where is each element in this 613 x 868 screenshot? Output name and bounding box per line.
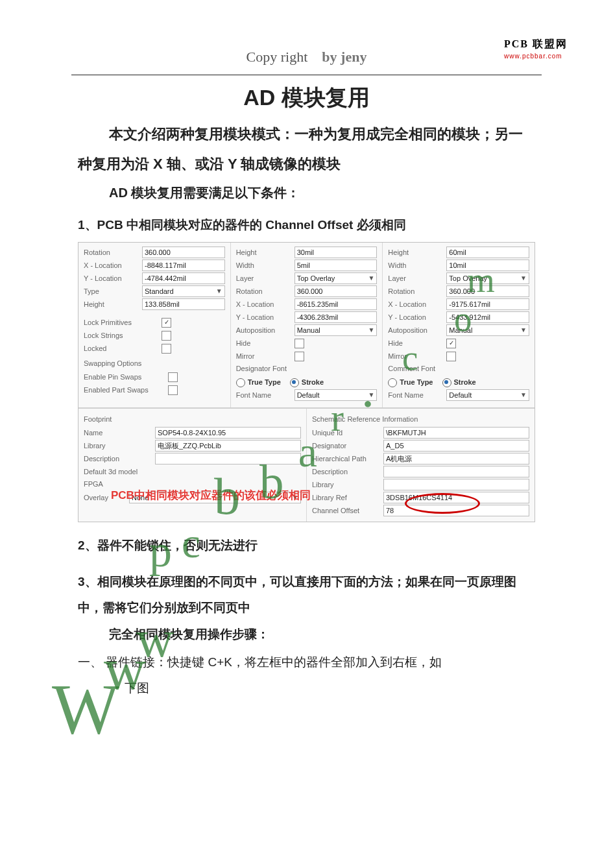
lockprim-checkbox[interactable]: ✓ (162, 318, 171, 328)
srdesc-value (383, 466, 529, 477)
cheight-label: Height (388, 247, 446, 258)
dyloc-value: -4306.283mil (294, 311, 378, 323)
comment-stroke-label: Stroke (454, 378, 476, 386)
cwidth-label: Width (388, 260, 446, 271)
rotation-value: 360.000 (142, 247, 225, 258)
cmirror-checkbox[interactable] (446, 352, 456, 361)
cautopos-select[interactable]: Manual▼ (446, 324, 529, 336)
srdesc-label: Description (312, 466, 383, 477)
chevron-down-icon: ▼ (292, 492, 298, 503)
chevron-down-icon: ▼ (520, 325, 527, 335)
locked-label: Locked (84, 343, 162, 354)
dautopos-value: Manual (297, 325, 320, 335)
dautopos-select[interactable]: Manual▼ (294, 324, 378, 336)
choff-label: Channel Offset (312, 505, 383, 516)
page-title: AD 模块复用 (0, 83, 613, 113)
lockstr-checkbox[interactable] (162, 331, 171, 341)
fpdesc-label: Description (84, 453, 155, 464)
type-label: Type (84, 286, 142, 296)
condition-1: 1、PCB 中相同模块对应的器件的 Channel Offset 必须相同 (78, 212, 535, 238)
fpname-value: SOP54-0.8-24X10.95 (155, 427, 301, 439)
clayer-value: Top Overlay (449, 273, 487, 283)
chevron-down-icon: ▼ (216, 286, 222, 296)
comment-tt-radio[interactable] (388, 378, 397, 387)
comment-fontname-label: Font Name (388, 390, 446, 400)
partswap-checkbox[interactable] (168, 385, 178, 395)
yloc-value: -4784.442mil (142, 272, 225, 284)
uid-value: \BKFMUTJH (383, 427, 529, 439)
dmirror-checkbox[interactable] (294, 352, 304, 361)
footprint-section: Footprint NameSOP54-0.8-24X10.95 Library… (78, 409, 306, 522)
desig-stroke-radio[interactable] (290, 378, 299, 387)
panel-col-component: Rotation360.000 X - Location-8848.117mil… (78, 243, 230, 407)
schref-title: Schematic Reference Information (312, 414, 529, 424)
condition-3: 3、相同模块在原理图的不同页中，可以直接用下面的方法；如果在同一页原理图中，需将… (78, 569, 535, 621)
chide-checkbox[interactable]: ✓ (446, 339, 456, 348)
srlib-label: Library (312, 479, 383, 490)
chevron-down-icon: ▼ (520, 390, 527, 400)
swap-title: Swapping Options (84, 358, 225, 368)
dxloc-label: X - Location (236, 299, 294, 309)
comment-stroke-radio[interactable] (442, 378, 451, 387)
lockprim-label: Lock Primitives (84, 317, 162, 328)
fplib-value: 电源板_ZZQ.PcbLib (155, 440, 301, 452)
comment-tt-label: True Type (400, 378, 433, 386)
dautopos-label: Autoposition (236, 325, 294, 335)
condition-2: 2、器件不能锁住，否则无法进行 (78, 533, 535, 559)
desig-font-title: Designator Font (236, 363, 378, 374)
height-value: 133.858mil (142, 298, 225, 310)
dlayer-value: Top Overlay (297, 273, 335, 283)
clayer-select[interactable]: Top Overlay▼ (446, 272, 529, 284)
desig-tt-radio[interactable] (236, 378, 245, 387)
desig-value: A_D5 (383, 440, 529, 452)
dheight-label: Height (236, 247, 294, 258)
drot-value: 360.000 (294, 285, 378, 297)
chevron-down-icon: ▼ (368, 390, 374, 400)
panel-col-comment: Height60mil Width10mil LayerTop Overlay▼… (382, 243, 535, 407)
dheight-value: 30mil (294, 247, 378, 258)
dlayer-label: Layer (236, 273, 294, 283)
xloc-value: -8848.117mil (142, 259, 225, 271)
desig-fontname-value: Default (297, 390, 320, 400)
drot-label: Rotation (236, 286, 294, 296)
step-1-line2: 下图 (78, 675, 535, 701)
cmirror-label: Mirror (388, 351, 446, 361)
cheight-value: 60mil (446, 247, 529, 258)
clayer-label: Layer (388, 273, 446, 283)
crot-value: 360.000 (446, 285, 529, 297)
overlay-label: Overlay (84, 492, 129, 503)
uid-label: Unique Id (312, 428, 383, 438)
dlayer-select[interactable]: Top Overlay▼ (294, 272, 378, 284)
comment-fontname-select[interactable]: Default▼ (446, 389, 529, 401)
overlay-value: None (132, 492, 149, 503)
fpname-label: Name (84, 428, 155, 438)
comment-fontname-value: Default (449, 390, 472, 400)
dwidth-value: 5mil (294, 259, 378, 271)
partswap-label: Enabled Part Swaps (84, 385, 168, 395)
srlib-value (383, 479, 529, 490)
step-1: 一、 器件链接：快捷键 C+K，将左框中的器件全部加入到右框，如 下图 (78, 649, 535, 701)
dhide-label: Hide (236, 338, 294, 348)
dwidth-label: Width (236, 260, 294, 271)
cautopos-value: Manual (449, 325, 472, 335)
dyloc-label: Y - Location (236, 312, 294, 322)
copyright-text: Copy right (246, 49, 308, 65)
desig-tt-label: True Type (248, 378, 281, 386)
xloc-label: X - Location (84, 260, 142, 271)
pinswap-checkbox[interactable] (168, 372, 178, 382)
locked-checkbox[interactable] (162, 344, 171, 354)
hpath-value: A机电源 (383, 453, 529, 464)
overlay-select[interactable]: None▼ (129, 492, 301, 503)
chevron-down-icon: ▼ (368, 325, 374, 335)
cxloc-label: X - Location (388, 299, 446, 309)
type-select[interactable]: Standard▼ (142, 285, 225, 297)
choff-value: 78 (383, 505, 529, 516)
dhide-checkbox[interactable] (294, 339, 304, 348)
footprint-title: Footprint (84, 414, 301, 424)
cyloc-value: -5433.912mil (446, 311, 529, 323)
chevron-down-icon: ▼ (520, 273, 527, 283)
fpdesc-value (155, 453, 301, 464)
byline: by jeny (322, 49, 367, 65)
desig-fontname-select[interactable]: Default▼ (294, 389, 378, 401)
cyloc-label: Y - Location (388, 312, 446, 322)
